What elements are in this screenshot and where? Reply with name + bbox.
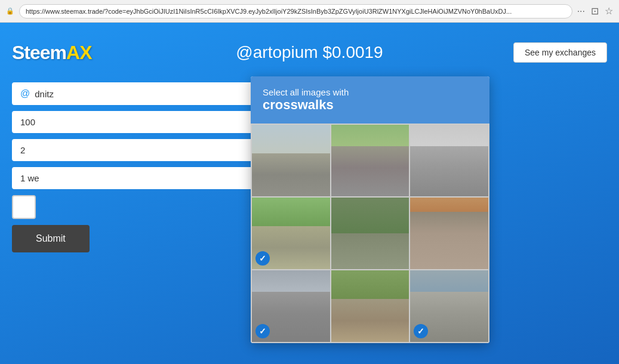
captcha-cell-3[interactable] [410, 125, 488, 196]
duration-field[interactable]: 1 we [12, 167, 263, 189]
selected-badge-9: ✓ [414, 324, 428, 338]
url-text: https://www.steemax.trade/?code=eyJhbGci… [26, 8, 512, 15]
menu-dots-icon[interactable]: ··· [577, 6, 585, 17]
pocket-icon[interactable]: ⊡ [591, 5, 599, 17]
captcha-image-1 [252, 125, 330, 196]
captcha-image-9: ✓ [410, 270, 488, 342]
username-field[interactable]: @ dnitz [12, 82, 263, 105]
main-content: $0.0019 vs. $0.0009 @ dnitz 100 2 1 we S… [0, 82, 619, 96]
captcha-cell-5[interactable] [331, 198, 409, 269]
url-bar[interactable]: https://www.steemax.trade/?code=eyJhbGci… [19, 4, 572, 18]
page-title: @artopium $0.0019 [236, 43, 383, 62]
captcha-cell-8[interactable] [331, 270, 409, 342]
captcha-cell-7[interactable]: ✓ [252, 270, 330, 342]
captcha-instruction: Select all images with [263, 87, 349, 97]
see-exchanges-button[interactable]: See my exchanges [513, 42, 607, 63]
captcha-cell-9[interactable]: ✓ [410, 270, 488, 342]
captcha-dialog: Select all images with crosswalks ✓ [251, 76, 489, 343]
captcha-cell-6[interactable] [410, 198, 488, 269]
captcha-image-8 [331, 270, 409, 342]
at-icon: @ [20, 88, 30, 99]
logo-ax: AX [66, 42, 91, 63]
captcha-image-4: ✓ [252, 198, 330, 269]
exchange-form: @ dnitz 100 2 1 we Submit [12, 82, 263, 252]
duration-value: 1 we [20, 173, 39, 183]
terms-checkbox[interactable] [12, 195, 36, 219]
logo: SteemAX [12, 42, 92, 64]
number-field[interactable]: 2 [12, 139, 263, 161]
captcha-image-6 [410, 198, 488, 269]
selected-badge-4: ✓ [255, 251, 270, 266]
captcha-challenge-word: crosswalks [263, 97, 478, 113]
captcha-grid: ✓ ✓ ✓ [251, 124, 489, 343]
amount-field[interactable]: 100 [12, 111, 263, 133]
captcha-cell-1[interactable] [252, 125, 330, 196]
browser-controls: ··· ⊡ ☆ [577, 5, 613, 17]
captcha-image-3 [410, 125, 488, 196]
submit-button[interactable]: Submit [12, 225, 90, 252]
captcha-image-5 [331, 198, 409, 269]
captcha-cell-2[interactable] [331, 125, 409, 196]
captcha-cell-4[interactable]: ✓ [252, 198, 330, 269]
username-value: dnitz [35, 89, 54, 99]
captcha-header: Select all images with crosswalks [251, 76, 489, 124]
star-icon[interactable]: ☆ [605, 5, 613, 17]
app-header: SteemAX @artopium $0.0019 See my exchang… [0, 23, 619, 82]
browser-security: 🔒 [6, 7, 14, 15]
captcha-image-2 [331, 125, 409, 196]
checkbox-area [12, 195, 263, 219]
browser-chrome: 🔒 https://www.steemax.trade/?code=eyJhbG… [0, 0, 619, 23]
captcha-image-7: ✓ [252, 270, 330, 342]
number-value: 2 [20, 145, 25, 155]
lock-icon: 🔒 [6, 7, 14, 15]
amount-value: 100 [20, 117, 35, 127]
selected-badge-7: ✓ [255, 324, 270, 338]
